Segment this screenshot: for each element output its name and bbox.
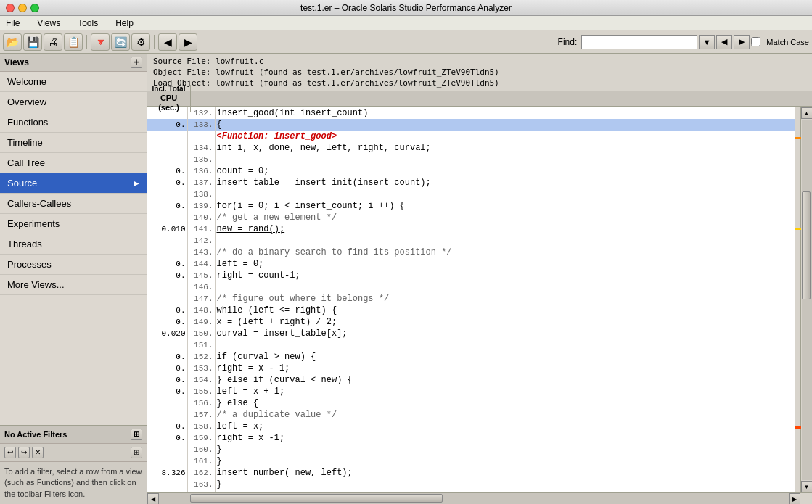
code-row-29[interactable]: 160. } [147,444,795,455]
sidebar-item-timeline[interactable]: Timeline [0,133,147,153]
sidebar-item-functions[interactable]: Functions [0,112,147,133]
code-cell-3: int i, x, done, new, left, right, curval… [215,142,795,154]
code-row-31[interactable]: 8.326162. insert_number( new, left); [147,467,795,479]
cpu-value-25 [147,397,187,409]
hscroll-track[interactable] [159,493,789,504]
filter-add-btn[interactable]: ⊞ [131,447,142,458]
code-row-19[interactable]: 0.020150. curval = insert_table[x]; [147,328,795,339]
find-input[interactable] [581,35,697,49]
filter-button[interactable]: 🔻 [91,33,110,51]
code-row-22[interactable]: 0.153. right = x - 1; [147,363,795,374]
source-file-label: Source File: lowfruit.c [153,57,806,66]
code-row-7[interactable]: 138. [147,189,795,200]
find-prev-btn[interactable]: ◀ [716,35,732,49]
code-row-18[interactable]: 0.149. x = (left + right) / 2; [147,316,795,328]
code-row-24[interactable]: 0.155. left = x + 1; [147,386,795,397]
sidebar-item-call-tree[interactable]: Call Tree [0,153,147,173]
sidebar-label-processes: Processes [7,259,52,270]
find-dropdown-btn[interactable]: ▼ [699,35,715,49]
code-row-8[interactable]: 0.139. for(i = 0; i < insert_count; i ++… [147,200,795,212]
right-scrollbar[interactable]: ▲ ▼ [800,107,812,492]
settings-button[interactable]: ⚙ [131,33,150,51]
cpu-value-14: 0. [147,270,187,281]
hscroll-left-arrow[interactable]: ◀ [147,493,159,504]
scroll-track[interactable] [802,120,812,480]
bottom-scrollbar[interactable]: ◀ ▶ [147,492,812,504]
add-view-button[interactable]: + [131,57,142,68]
hscroll-right-arrow[interactable]: ▶ [789,493,800,504]
code-row-14[interactable]: 0.145. right = count-1; [147,270,795,281]
code-row-10[interactable]: 0.010141. new = rand(); [147,223,795,235]
forward-button[interactable]: ▶ [179,33,197,51]
code-row-2[interactable]: <Function: insert_good> [147,131,795,142]
sidebar-item-more-views[interactable]: More Views... [0,275,147,295]
code-row-12[interactable]: 143. /* do a binary search to find its p… [147,247,795,258]
code-row-3[interactable]: 134. int i, x, done, new, left, right, c… [147,142,795,154]
code-row-27[interactable]: 0.158. left = x; [147,421,795,432]
close-file-button[interactable]: 📋 [64,33,83,51]
code-row-6[interactable]: 0.137. insert_table = insert_init(insert… [147,177,795,189]
menu-file[interactable]: File [3,18,22,28]
cpu-value-19: 0.020 [147,328,187,339]
sidebar-item-processes[interactable]: Processes [0,255,147,275]
filter-undo-btn[interactable]: ↩ [4,447,16,458]
sidebar-item-overview[interactable]: Overview [0,92,147,112]
code-row-21[interactable]: 0.152. if (curval > new) { [147,351,795,363]
code-row-17[interactable]: 0.148. while (left <= right) { [147,305,795,316]
find-next-btn[interactable]: ▶ [734,35,750,49]
scroll-up-arrow[interactable]: ▲ [801,107,813,119]
code-row-11[interactable]: 142. [147,235,795,247]
filter-clear-btn[interactable]: ✕ [32,447,44,458]
code-row-13[interactable]: 0.144. left = 0; [147,258,795,270]
toolbar-sep-1 [86,35,87,49]
code-row-32[interactable]: 163. } [147,479,795,490]
linenum-18: 149. [187,316,215,328]
code-row-5[interactable]: 0.136. count = 0; [147,165,795,177]
code-row-0[interactable]: 132.insert_good(int insert_count) [147,107,795,119]
sidebar-item-callers-callees[interactable]: Callers-Callees [0,194,147,214]
code-area[interactable]: 132.insert_good(int insert_count)0.133.{… [147,107,795,492]
maximize-button[interactable] [30,4,39,12]
menu-tools[interactable]: Tools [75,18,101,28]
code-row-15[interactable]: 146. [147,281,795,293]
scroll-down-arrow[interactable]: ▼ [801,481,813,492]
hscroll-thumb[interactable] [190,494,442,503]
cpu-value-28: 0. [147,432,187,444]
sidebar-item-threads[interactable]: Threads [0,234,147,255]
sidebar-item-welcome[interactable]: Welcome [0,72,147,92]
filter-icon-button[interactable]: ⊞ [131,429,142,440]
back-button[interactable]: ◀ [158,33,177,51]
menu-help[interactable]: Help [112,18,136,28]
match-case-checkbox[interactable] [751,37,760,46]
code-row-26[interactable]: 157. /* a duplicate value */ [147,409,795,421]
code-row-16[interactable]: 147. /* figure out where it belongs */ [147,293,795,305]
code-cell-1: { [215,119,795,131]
open-button[interactable]: 📂 [3,33,22,51]
code-row-4[interactable]: 135. [147,154,795,165]
sidebar-item-source[interactable]: Source ▶ [0,173,147,194]
cpu-value-1: 0. [147,119,187,131]
print-button[interactable]: 🖨 [44,33,62,51]
menu-views[interactable]: Views [34,18,63,28]
sidebar: Views + Welcome Overview Functions Timel… [0,54,147,504]
code-row-30[interactable]: 161. } [147,455,795,467]
code-row-1[interactable]: 0.133.{ [147,119,795,131]
refresh-button[interactable]: 🔄 [111,33,130,51]
sidebar-label-overview: Overview [7,96,46,107]
scroll-thumb[interactable] [802,191,811,299]
code-row-28[interactable]: 0.159. right = x -1; [147,432,795,444]
code-row-20[interactable]: 151. [147,339,795,351]
code-cell-21: if (curval > new) { [215,351,795,363]
code-row-23[interactable]: 0.154. } else if (curval < new) { [147,374,795,386]
cpu-value-31: 8.326 [147,467,187,479]
cpu-value-7 [147,189,187,200]
minimize-button[interactable] [18,4,27,12]
code-row-25[interactable]: 156. } else { [147,397,795,409]
filter-redo-btn[interactable]: ↪ [18,447,30,458]
linenum-14: 145. [187,270,215,281]
code-row-9[interactable]: 140. /* get a new element */ [147,212,795,223]
close-button[interactable] [6,4,15,12]
linenum-6: 137. [187,177,215,189]
save-button[interactable]: 💾 [23,33,42,51]
sidebar-item-experiments[interactable]: Experiments [0,214,147,234]
